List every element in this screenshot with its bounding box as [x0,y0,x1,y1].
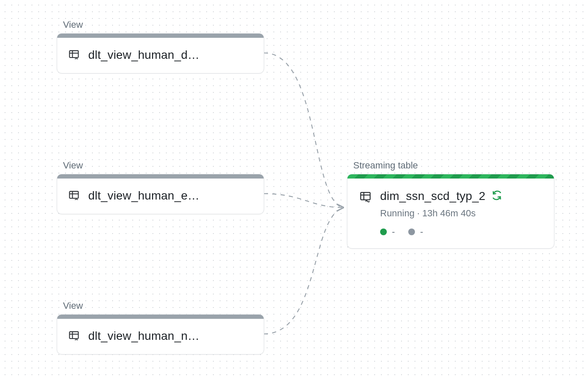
svg-rect-3 [70,192,79,198]
stat-green: - [380,226,395,237]
dot-green-icon [380,229,387,235]
view-icon [68,189,80,203]
node-title: dlt_view_human_n… [88,329,200,343]
node-title: dlt_view_human_d… [88,48,200,62]
node-header-bar [57,315,264,319]
view-icon [68,49,80,62]
svg-rect-6 [70,332,79,339]
stat-green-value: - [392,226,395,237]
node-streaming-table[interactable]: Streaming table dim_ssn_scd_typ_2 [347,174,554,249]
node-header-bar [57,174,264,179]
node-view-1[interactable]: View dlt_view_human_d… [57,33,264,74]
node-type-label: View [63,300,83,311]
svg-rect-9 [361,192,370,200]
node-header-bar-running [347,174,554,179]
node-header-bar [57,34,264,38]
dot-gray-icon [408,229,415,235]
node-view-3[interactable]: View dlt_view_human_n… [57,314,264,355]
refresh-icon[interactable] [491,190,502,202]
node-stats-row: - - [380,226,543,237]
node-type-label: View [63,19,83,30]
node-type-label: View [63,160,83,171]
node-view-2[interactable]: View dlt_view_human_e… [57,174,264,214]
streaming-table-icon [359,190,372,205]
svg-rect-0 [70,51,79,58]
view-icon [68,330,80,343]
node-title: dlt_view_human_e… [88,189,200,202]
node-title: dim_ssn_scd_typ_2 [380,189,486,203]
stat-gray-value: - [420,226,423,237]
stat-gray: - [408,226,423,237]
node-type-label: Streaming table [353,160,418,171]
node-status-text: Running · 13h 46m 40s [380,208,543,219]
